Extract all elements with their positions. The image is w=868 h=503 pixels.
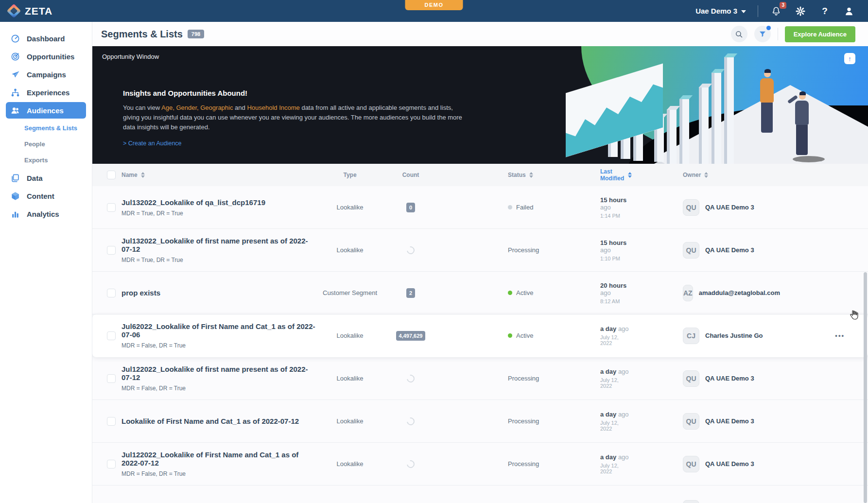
- segment-subtitle: MDR = True, DR = True: [122, 210, 316, 217]
- table-row[interactable]: Lookalike of First Name and Cat_1 as of …: [92, 400, 868, 443]
- owner-avatar: QU: [683, 199, 699, 216]
- segment-name[interactable]: Jul122022_Lookalike of First Name and Ca…: [122, 451, 316, 467]
- loading-spinner: [405, 416, 416, 427]
- column-header-name[interactable]: Name: [122, 172, 316, 178]
- owner-name: QA UAE Demo 3: [705, 417, 754, 425]
- modified-ago: ago: [618, 411, 629, 418]
- count-badge: 4,497,629: [396, 331, 426, 341]
- scrollbar-thumb[interactable]: [864, 272, 867, 503]
- row-checkbox[interactable]: [107, 331, 116, 340]
- segment-name[interactable]: Jul62022_Lookalike of First Name and Cat…: [122, 322, 316, 339]
- target-icon: [11, 52, 20, 61]
- sort-icon[interactable]: [628, 172, 632, 178]
- row-checkbox[interactable]: [107, 246, 116, 255]
- status-text: Processing: [508, 460, 539, 468]
- brand-name: ZETA: [25, 5, 52, 17]
- table-row[interactable]: Jul122022_Lookalike of first name presen…: [92, 357, 868, 400]
- settings-button[interactable]: [794, 5, 807, 17]
- create-audience-link[interactable]: > Create an Audience: [123, 140, 182, 147]
- segment-name[interactable]: Jul122022_Lookalike of first name presen…: [122, 365, 316, 382]
- help-button[interactable]: ?: [818, 5, 831, 17]
- status-text: Processing: [508, 246, 539, 254]
- column-header-last-modified[interactable]: Last Modified: [549, 168, 632, 182]
- modified-relative: 20 hours: [600, 282, 626, 289]
- profile-button[interactable]: [843, 5, 855, 17]
- row-checkbox[interactable]: [107, 203, 116, 212]
- segment-count-badge: 798: [188, 30, 204, 38]
- search-button[interactable]: [731, 26, 747, 42]
- sidebar-subitem-segments-lists[interactable]: Segments & Lists: [0, 120, 92, 136]
- divider: [778, 28, 778, 40]
- status-dot: [508, 333, 512, 338]
- column-header-status[interactable]: Status: [437, 172, 549, 178]
- sidebar-label: Campaigns: [27, 70, 66, 79]
- segments-table: Name Type Count Status Last Modified Own…: [92, 164, 868, 503]
- segment-type: Lookalike: [316, 375, 384, 382]
- sidebar-item-campaigns[interactable]: Campaigns: [6, 66, 86, 83]
- column-header-owner[interactable]: Owner: [632, 172, 778, 178]
- row-checkbox[interactable]: [107, 460, 116, 468]
- table-row[interactable]: Jul132022_Lookalike of first name presen…: [92, 229, 868, 272]
- modified-relative: a day: [600, 368, 616, 375]
- sort-icon[interactable]: [141, 172, 145, 178]
- segment-name[interactable]: Jul132022_Lookalike of first name presen…: [122, 237, 316, 253]
- sidebar-subitem-people[interactable]: People: [0, 136, 92, 152]
- explore-audience-button[interactable]: Explore Audience: [785, 26, 855, 42]
- modified-time: 1:14 PM: [600, 213, 632, 219]
- notifications-button[interactable]: 3: [770, 5, 782, 17]
- segment-subtitle: MDR = False, DR = True: [122, 385, 316, 392]
- layers-icon: [11, 173, 20, 183]
- filter-button[interactable]: [754, 26, 771, 42]
- table-row[interactable]: Jul132022_Lookalike of qa_list_dcp16719 …: [92, 186, 868, 229]
- sidebar-label: Audiences: [27, 106, 64, 115]
- segment-subtitle: MDR = False, DR = True: [122, 342, 316, 349]
- segment-name[interactable]: Lookalike of First Name and Cat_1 as of …: [122, 417, 316, 425]
- segment-type: Lookalike: [316, 204, 384, 211]
- column-header-type: Type: [316, 172, 384, 178]
- status-text: Active: [516, 332, 533, 339]
- sidebar-item-opportunities[interactable]: Opportunities: [6, 48, 86, 65]
- sidebar-item-content[interactable]: Content: [6, 188, 86, 204]
- notification-count-badge: 3: [780, 2, 786, 9]
- segment-type: Customer Segment: [316, 289, 384, 296]
- sidebar-item-analytics[interactable]: Analytics: [6, 206, 86, 222]
- demo-badge: DEMO: [405, 0, 463, 10]
- opportunity-window-banner: Opportunity Window ↑ Insights and Opport…: [92, 46, 868, 164]
- user-icon: [844, 6, 854, 17]
- table-row[interactable]: Jul122022_Lookalike of First Name and Ca…: [92, 443, 868, 486]
- sidebar-item-audiences[interactable]: Audiences: [6, 102, 86, 119]
- segment-name[interactable]: Jul132022_Lookalike of qa_list_dcp16719: [122, 198, 316, 207]
- table-row[interactable]: prop exists Customer Segment 2 Active 20…: [92, 272, 868, 314]
- segment-type: Lookalike: [316, 417, 384, 425]
- modified-relative: a day: [600, 411, 616, 418]
- banner-illustration: [508, 46, 868, 164]
- modified-time: July 12, 2022: [600, 463, 632, 474]
- sidebar-item-data[interactable]: Data: [6, 170, 86, 186]
- table-row[interactable]: Jul62022_Lookalike of First Name and Cat…: [92, 314, 868, 357]
- row-actions-menu[interactable]: •••: [835, 332, 845, 339]
- segment-name[interactable]: prop exists: [122, 289, 316, 297]
- row-checkbox[interactable]: [107, 374, 116, 383]
- brand[interactable]: ZETA: [0, 5, 52, 17]
- sidebar-item-dashboard[interactable]: Dashboard: [6, 30, 86, 47]
- row-checkbox[interactable]: [107, 417, 116, 426]
- sidebar: Dashboard Opportunities Campaigns Experi…: [0, 22, 92, 503]
- row-checkbox[interactable]: [107, 289, 116, 297]
- select-all-checkbox[interactable]: [107, 171, 116, 179]
- help-icon: ?: [822, 6, 828, 17]
- count-badge: 0: [406, 203, 415, 212]
- sidebar-label: Analytics: [27, 210, 59, 218]
- people-icon: [11, 106, 20, 115]
- modified-relative: a day: [600, 453, 616, 461]
- sidebar-item-experiences[interactable]: Experiences: [6, 84, 86, 101]
- pin-banner-button[interactable]: ↑: [844, 53, 855, 64]
- modified-ago: ago: [618, 325, 629, 332]
- status-dot: [508, 205, 512, 209]
- sidebar-subitem-exports[interactable]: Exports: [0, 152, 92, 168]
- modified-time: July 12, 2022: [600, 420, 632, 432]
- sort-icon[interactable]: [529, 172, 533, 178]
- sort-icon[interactable]: [704, 172, 708, 178]
- modified-ago: ago: [600, 246, 611, 254]
- page-title: Segments & Lists: [101, 29, 183, 40]
- account-menu[interactable]: Uae Demo 3: [695, 7, 746, 15]
